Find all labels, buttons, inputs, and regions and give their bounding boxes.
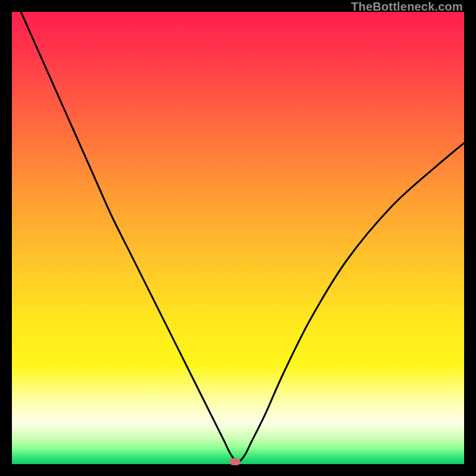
chart-frame: TheBottleneck.com <box>0 0 476 476</box>
plot-area <box>12 12 464 464</box>
minimum-marker <box>230 458 240 465</box>
bottleneck-chart <box>12 12 464 464</box>
gradient-background <box>12 12 464 464</box>
